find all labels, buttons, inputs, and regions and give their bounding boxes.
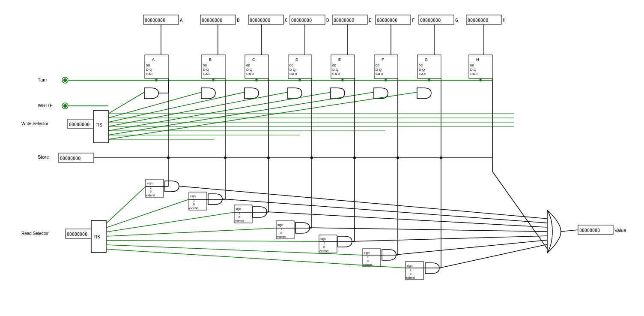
svg-point-195 bbox=[310, 156, 313, 159]
svg-text:RS: RS bbox=[94, 235, 100, 239]
svg-text:CA 0: CA 0 bbox=[419, 72, 426, 76]
svg-text:D  Q: D Q bbox=[289, 68, 295, 72]
svg-text:E: E bbox=[369, 18, 372, 23]
svg-text:WRITE: WRITE bbox=[38, 103, 53, 108]
svg-text:8: 8 bbox=[150, 190, 152, 193]
svg-text:CA 0: CA 0 bbox=[289, 72, 297, 76]
svg-text:1: 1 bbox=[367, 256, 369, 259]
svg-point-204 bbox=[385, 79, 387, 81]
svg-text:A: A bbox=[152, 57, 155, 62]
svg-text:8: 8 bbox=[193, 203, 195, 206]
svg-text:CA 0: CA 0 bbox=[376, 72, 383, 76]
svg-point-197 bbox=[397, 156, 399, 159]
svg-text:8: 8 bbox=[410, 272, 411, 275]
svg-text:00: 00 bbox=[376, 63, 379, 67]
svg-text:CA 0: CA 0 bbox=[203, 72, 211, 76]
svg-text:G: G bbox=[455, 18, 458, 23]
svg-text:00000000: 00000000 bbox=[377, 18, 397, 23]
svg-text:E: E bbox=[338, 57, 341, 62]
svg-text:B: B bbox=[237, 18, 240, 23]
svg-text:00: 00 bbox=[470, 63, 474, 67]
svg-text:00000000: 00000000 bbox=[202, 18, 222, 23]
svg-text:extend: extend bbox=[235, 220, 244, 223]
svg-text:extend: extend bbox=[277, 235, 286, 238]
svg-point-200 bbox=[212, 79, 215, 81]
svg-point-193 bbox=[224, 156, 227, 159]
svg-text:CA 0: CA 0 bbox=[332, 72, 340, 76]
svg-text:00: 00 bbox=[246, 63, 250, 67]
svg-point-206 bbox=[479, 79, 482, 81]
svg-text:D  Q: D Q bbox=[470, 68, 476, 72]
svg-text:00: 00 bbox=[146, 63, 150, 67]
svg-text:D  Q: D Q bbox=[376, 68, 382, 72]
svg-text:CA 0: CA 0 bbox=[470, 72, 478, 76]
svg-text:8: 8 bbox=[239, 216, 240, 219]
svg-text:00000000: 00000000 bbox=[60, 156, 80, 161]
svg-text:sign: sign bbox=[407, 264, 412, 268]
svg-text:00000000: 00000000 bbox=[468, 18, 488, 23]
circuit-canvas: 00000000 A 00000000 B 00000000 C 0000000… bbox=[0, 0, 644, 316]
svg-text:D  Q: D Q bbox=[246, 68, 252, 72]
svg-point-202 bbox=[298, 79, 301, 81]
svg-text:00000000: 00000000 bbox=[334, 18, 354, 23]
svg-text:sign: sign bbox=[236, 208, 241, 211]
svg-text:extend: extend bbox=[189, 207, 198, 210]
svg-text:00000000: 00000000 bbox=[145, 18, 165, 23]
svg-text:extend: extend bbox=[406, 276, 415, 279]
svg-text:Такт: Такт bbox=[38, 77, 47, 82]
svg-text:8: 8 bbox=[323, 246, 325, 249]
svg-point-199 bbox=[155, 79, 158, 81]
svg-text:RS: RS bbox=[96, 123, 102, 127]
svg-point-205 bbox=[428, 79, 430, 81]
svg-text:C: C bbox=[285, 18, 288, 23]
svg-text:H: H bbox=[476, 57, 479, 62]
svg-text:1: 1 bbox=[410, 268, 411, 271]
svg-text:00: 00 bbox=[419, 63, 423, 67]
svg-text:C: C bbox=[252, 57, 255, 62]
svg-text:D: D bbox=[326, 18, 329, 23]
svg-text:Write Selector: Write Selector bbox=[21, 121, 48, 126]
svg-text:F: F bbox=[382, 57, 384, 62]
svg-text:G: G bbox=[425, 57, 428, 62]
svg-point-70 bbox=[63, 104, 67, 108]
svg-point-196 bbox=[353, 156, 356, 159]
svg-text:sign: sign bbox=[277, 223, 283, 227]
svg-text:CA 0: CA 0 bbox=[246, 72, 254, 76]
svg-text:8: 8 bbox=[367, 259, 369, 262]
svg-text:8: 8 bbox=[280, 232, 282, 235]
svg-text:H: H bbox=[503, 18, 506, 23]
svg-text:1: 1 bbox=[323, 242, 325, 245]
svg-text:Read Selector: Read Selector bbox=[21, 231, 49, 236]
svg-point-201 bbox=[255, 79, 258, 81]
svg-text:sign: sign bbox=[364, 251, 370, 255]
svg-text:Store: Store bbox=[38, 154, 49, 160]
svg-text:00000000: 00000000 bbox=[579, 228, 600, 233]
svg-text:00000000: 00000000 bbox=[291, 18, 312, 23]
svg-text:00000000: 00000000 bbox=[67, 232, 87, 237]
svg-text:sign: sign bbox=[320, 238, 326, 241]
svg-point-198 bbox=[440, 156, 442, 159]
svg-text:extend: extend bbox=[319, 250, 328, 253]
svg-text:F: F bbox=[412, 18, 415, 23]
svg-text:D  Q: D Q bbox=[203, 68, 209, 72]
svg-point-203 bbox=[341, 79, 344, 81]
svg-text:B: B bbox=[209, 57, 212, 62]
svg-text:D  Q: D Q bbox=[419, 68, 425, 72]
svg-text:00000000: 00000000 bbox=[250, 18, 270, 23]
svg-text:00: 00 bbox=[332, 63, 336, 67]
svg-text:Value: Value bbox=[614, 228, 626, 233]
svg-text:extend: extend bbox=[146, 194, 155, 197]
svg-text:00000000: 00000000 bbox=[420, 18, 441, 23]
svg-text:CA 0: CA 0 bbox=[146, 72, 154, 76]
svg-text:D  Q: D Q bbox=[332, 68, 338, 72]
svg-point-67 bbox=[63, 78, 67, 82]
svg-text:sign: sign bbox=[147, 182, 152, 185]
svg-point-192 bbox=[167, 156, 170, 159]
svg-text:D  Q: D Q bbox=[146, 68, 152, 72]
svg-text:00000000: 00000000 bbox=[69, 122, 89, 127]
svg-text:sign: sign bbox=[190, 195, 196, 198]
svg-text:00: 00 bbox=[203, 63, 207, 67]
svg-point-194 bbox=[267, 156, 270, 159]
svg-text:A: A bbox=[180, 18, 183, 23]
svg-text:D: D bbox=[295, 57, 298, 62]
